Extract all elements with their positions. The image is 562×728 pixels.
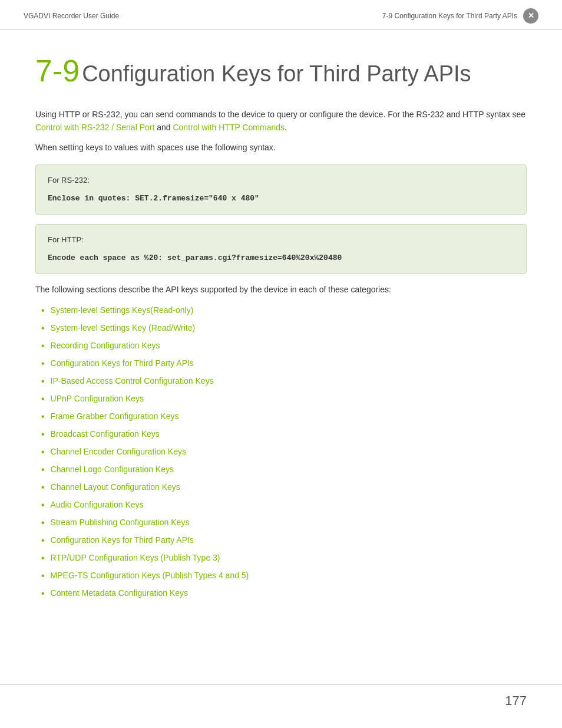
intro-text-after: . — [285, 123, 287, 132]
list-item-link[interactable]: Content Metadata Configuration Keys — [51, 587, 188, 599]
list-item: System-level Settings Keys(Read-only) — [41, 304, 527, 318]
list-item-link[interactable]: Recording Configuration Keys — [51, 340, 160, 352]
list-item: Content Metadata Configuration Keys — [41, 587, 527, 601]
list-item-link[interactable]: IP-Based Access Control Configuration Ke… — [51, 375, 214, 387]
list-item-link[interactable]: Audio Configuration Keys — [51, 499, 144, 511]
list-item: Configuration Keys for Third Party APIs — [41, 357, 527, 371]
intro-text-before: Using HTTP or RS-232, you can send comma… — [35, 110, 525, 119]
list-item: Recording Configuration Keys — [41, 340, 527, 353]
list-item-link[interactable]: Channel Layout Configuration Keys — [51, 481, 180, 493]
icon-symbol: ✕ — [528, 10, 534, 22]
main-content: 7-9Configuration Keys for Third Party AP… — [0, 30, 562, 628]
list-item: Configuration Keys for Third Party APIs — [41, 534, 527, 548]
list-item: Audio Configuration Keys — [41, 499, 527, 512]
list-item-link[interactable]: Frame Grabber Configuration Keys — [51, 410, 179, 423]
list-item: UPnP Configuration Keys — [41, 393, 527, 406]
header-icon: ✕ — [523, 8, 538, 24]
http-code-box: For HTTP: Encode each space as %20: set_… — [35, 224, 527, 274]
page-footer: 177 — [0, 684, 562, 716]
section-description: The following sections describe the API … — [35, 284, 527, 296]
list-item-link[interactable]: System-level Settings Key (Read/Write) — [51, 322, 196, 334]
page-header: VGADVI Recorder User Guide 7-9 Configura… — [0, 0, 562, 30]
bullet-list: System-level Settings Keys(Read-only)Sys… — [35, 304, 527, 601]
chapter-number: 7-9 — [35, 54, 80, 88]
list-item: Broadcast Configuration Keys — [41, 428, 527, 442]
list-item: Channel Logo Configuration Keys — [41, 463, 527, 477]
list-item-link[interactable]: UPnP Configuration Keys — [51, 393, 144, 405]
intro-text-mid: and — [154, 123, 173, 132]
list-item-link[interactable]: Configuration Keys for Third Party APIs — [51, 534, 194, 546]
list-item: Stream Publishing Configuration Keys — [41, 516, 527, 530]
header-left-text: VGADVI Recorder User Guide — [24, 11, 119, 21]
list-item-link[interactable]: Broadcast Configuration Keys — [51, 428, 160, 440]
header-right-text: 7-9 Configuration Keys for Third Party A… — [382, 11, 517, 21]
list-item-link[interactable]: Channel Logo Configuration Keys — [51, 463, 174, 476]
rs232-code-box: For RS-232: Enclose in quotes: SET.2.fra… — [35, 164, 527, 215]
list-item: IP-Based Access Control Configuration Ke… — [41, 375, 527, 388]
list-item-link[interactable]: RTP/UDP Configuration Keys (Publish Type… — [51, 552, 220, 564]
header-right-area: 7-9 Configuration Keys for Third Party A… — [382, 8, 538, 24]
page: VGADVI Recorder User Guide 7-9 Configura… — [0, 0, 562, 728]
rs232-label: For RS-232: — [48, 174, 514, 186]
intro-paragraph-1: Using HTTP or RS-232, you can send comma… — [35, 108, 527, 134]
rs232-code: Enclose in quotes: SET.2.framesize="640 … — [48, 193, 514, 205]
list-item: Frame Grabber Configuration Keys — [41, 410, 527, 424]
list-item-link[interactable]: Channel Encoder Configuration Keys — [51, 446, 186, 458]
link-http[interactable]: Control with HTTP Commands — [173, 123, 285, 132]
link-rs232[interactable]: Control with RS-232 / Serial Port — [35, 123, 154, 132]
http-code: Encode each space as %20: set_params.cgi… — [48, 252, 514, 264]
list-item: Channel Encoder Configuration Keys — [41, 446, 527, 459]
page-number: 177 — [505, 691, 527, 710]
list-item: Channel Layout Configuration Keys — [41, 481, 527, 495]
http-label: For HTTP: — [48, 234, 514, 246]
list-item-link[interactable]: Stream Publishing Configuration Keys — [51, 516, 190, 529]
list-item-link[interactable]: MPEG-TS Configuration Keys (Publish Type… — [51, 569, 249, 582]
list-item-link[interactable]: System-level Settings Keys(Read-only) — [51, 304, 194, 317]
list-item: System-level Settings Key (Read/Write) — [41, 322, 527, 335]
intro-paragraph-2: When setting keys to values with spaces … — [35, 141, 527, 154]
list-item: RTP/UDP Configuration Keys (Publish Type… — [41, 552, 527, 565]
list-item: MPEG-TS Configuration Keys (Publish Type… — [41, 569, 527, 583]
list-item-link[interactable]: Configuration Keys for Third Party APIs — [51, 357, 194, 370]
page-title-block: 7-9Configuration Keys for Third Party AP… — [35, 48, 527, 94]
chapter-title-text: Configuration Keys for Third Party APIs — [82, 61, 471, 86]
